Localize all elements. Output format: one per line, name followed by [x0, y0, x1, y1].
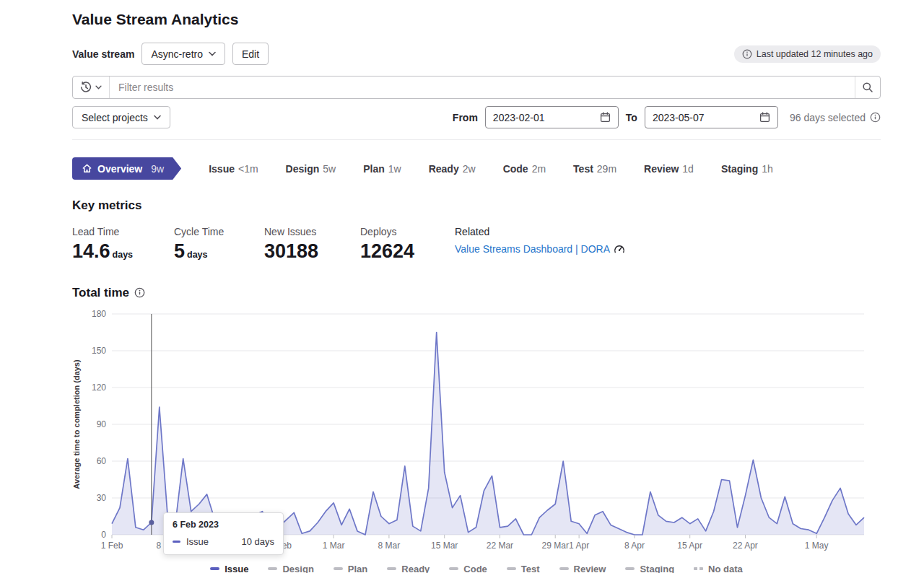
tab-duration: 1w	[388, 163, 401, 175]
tab-duration: 1d	[682, 163, 694, 175]
edit-button[interactable]: Edit	[232, 43, 269, 65]
legend-label: Staging	[640, 564, 674, 573]
related-block: Related Value Streams Dashboard | DORA	[455, 226, 881, 263]
x-tick-label: 1 Apr	[569, 541, 589, 551]
metric-value: 5days	[174, 241, 264, 263]
value-stream-dropdown[interactable]: Async-retro	[141, 43, 225, 65]
legend-label: Design	[282, 564, 313, 573]
total-time-chart[interactable]: 0306090120150180Average time to completi…	[72, 306, 878, 555]
legend-marker	[449, 567, 458, 570]
x-tick-label: 22 Mar	[487, 541, 513, 551]
y-tick-label: 150	[92, 346, 106, 356]
from-label: From	[453, 112, 478, 123]
tooltip-value: 10 days	[222, 536, 274, 547]
legend-item-issue[interactable]: Issue	[210, 564, 248, 573]
legend-label: Plan	[348, 564, 367, 573]
key-metrics-row: Lead Time14.6daysCycle Time5daysNew Issu…	[72, 226, 881, 263]
metric-label: Cycle Time	[174, 226, 264, 237]
metric-label: New Issues	[264, 226, 360, 237]
tab-design[interactable]: Design5w	[286, 163, 336, 175]
history-icon	[80, 82, 92, 93]
legend-marker	[387, 567, 396, 570]
metric-deploys: Deploys12624	[360, 226, 455, 263]
last-updated-badge: Last updated 12 minutes ago	[734, 45, 881, 63]
calendar-icon	[600, 112, 611, 123]
legend-item-design[interactable]: Design	[268, 564, 313, 573]
from-date-input[interactable]: 2023-02-01	[485, 106, 619, 128]
search-button[interactable]	[855, 76, 880, 98]
metric-label: Lead Time	[72, 226, 174, 237]
y-tick-label: 90	[97, 419, 107, 429]
y-tick-label: 180	[92, 309, 106, 319]
y-tick-label: 30	[97, 493, 107, 503]
filter-bar	[72, 76, 881, 99]
x-tick-label: 8 Apr	[624, 541, 645, 551]
tab-duration: <1m	[238, 163, 258, 175]
to-date-input[interactable]: 2023-05-07	[645, 106, 778, 128]
legend-item-review[interactable]: Review	[559, 564, 606, 573]
legend-label: Code	[463, 564, 487, 573]
issue-series-area	[112, 332, 864, 535]
tab-label: Test	[573, 163, 593, 175]
dashboard-gauge-icon	[614, 244, 625, 254]
x-tick-label: 29 Mar	[542, 541, 569, 551]
x-tick-label: 8 Mar	[378, 541, 401, 551]
legend-label: Review	[574, 564, 606, 573]
y-tick-label: 0	[101, 530, 106, 540]
value-stream-label: Value stream	[72, 48, 134, 60]
tab-review[interactable]: Review1d	[644, 163, 694, 175]
info-icon[interactable]	[134, 287, 145, 298]
legend-marker	[559, 567, 569, 570]
page-title: Value Stream Analytics	[72, 11, 881, 28]
related-dashboard-link[interactable]: Value Streams Dashboard | DORA	[455, 243, 625, 255]
tab-test[interactable]: Test29m	[573, 163, 616, 175]
legend-marker	[625, 567, 635, 570]
tab-label: Plan	[363, 163, 385, 175]
home-icon	[82, 163, 92, 174]
metric-new-issues: New Issues30188	[264, 226, 360, 263]
search-icon	[862, 82, 873, 93]
stage-tabs: Overview9wIssue<1mDesign5wPlan1wReady2wC…	[72, 157, 881, 180]
filter-results-input[interactable]	[110, 76, 855, 98]
chevron-down-icon	[154, 115, 161, 120]
x-tick-label: 1 Feb	[101, 541, 123, 551]
chart-tooltip: 6 Feb 2023 Issue 10 days	[163, 512, 284, 555]
tab-plan[interactable]: Plan1w	[363, 163, 401, 175]
value-stream-toolbar: Value stream Async-retro Edit Last updat…	[72, 43, 881, 65]
legend-label: No data	[708, 564, 743, 573]
legend-label: Test	[521, 564, 540, 573]
tab-label: Ready	[429, 163, 459, 175]
tab-issue[interactable]: Issue<1m	[209, 163, 258, 175]
legend-item-test[interactable]: Test	[507, 564, 540, 573]
metric-value: 30188	[264, 241, 360, 263]
info-icon[interactable]	[870, 112, 881, 123]
tab-duration: 9w	[151, 163, 164, 175]
tab-code[interactable]: Code2m	[503, 163, 546, 175]
legend-item-staging[interactable]: Staging	[625, 564, 674, 573]
total-time-heading: Total time	[72, 286, 881, 300]
key-metrics-heading: Key metrics	[72, 198, 881, 213]
tab-staging[interactable]: Staging1h	[721, 163, 773, 175]
tab-ready[interactable]: Ready2w	[429, 163, 476, 175]
legend-item-no-data[interactable]: No data	[694, 564, 743, 573]
legend-item-ready[interactable]: Ready	[387, 564, 430, 573]
x-tick-label: 22 Apr	[733, 541, 758, 551]
legend-item-plan[interactable]: Plan	[334, 564, 367, 573]
chevron-down-icon	[209, 51, 216, 56]
chevron-down-icon	[95, 85, 102, 89]
legend-marker	[268, 567, 277, 570]
x-tick-label: 1 May	[805, 541, 829, 551]
metric-cycle-time: Cycle Time5days	[174, 226, 264, 263]
tab-overview[interactable]: Overview9w	[72, 157, 181, 180]
legend-marker	[210, 567, 219, 570]
tab-duration: 1h	[762, 163, 773, 175]
metric-value: 14.6days	[72, 241, 174, 263]
legend-item-code[interactable]: Code	[449, 564, 487, 573]
metric-label: Deploys	[360, 226, 455, 237]
y-tick-label: 60	[97, 456, 107, 466]
metric-value: 12624	[360, 241, 455, 263]
recent-searches-dropdown[interactable]	[73, 76, 110, 98]
tab-duration: 2w	[463, 163, 476, 175]
y-tick-label: 120	[92, 382, 106, 393]
select-projects-dropdown[interactable]: Select projects	[72, 106, 170, 128]
